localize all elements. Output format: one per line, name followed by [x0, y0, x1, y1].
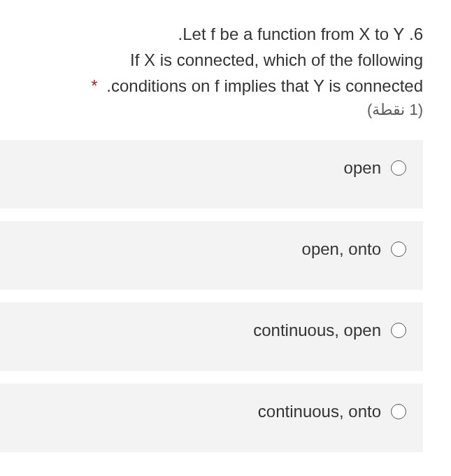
option-item[interactable]: open	[0, 140, 423, 209]
question-text: 6. Let f be a function from X to Y. If X…	[0, 21, 423, 99]
option-item[interactable]: open, onto	[0, 221, 423, 290]
question-line1: 6. Let f be a function from X to Y.	[178, 24, 423, 43]
question-line3: conditions on f implies that Y is connec…	[106, 76, 423, 95]
radio-icon[interactable]	[391, 160, 406, 176]
question-block: 6. Let f be a function from X to Y. If X…	[0, 21, 423, 119]
required-indicator: *	[91, 76, 97, 95]
option-label: continuous, open	[253, 321, 381, 340]
radio-icon[interactable]	[391, 241, 406, 257]
option-label: open, onto	[302, 239, 381, 259]
option-label: continuous, onto	[258, 402, 381, 421]
radio-icon[interactable]	[391, 323, 406, 338]
radio-icon[interactable]	[391, 404, 406, 419]
option-item[interactable]: continuous, onto	[0, 384, 423, 452]
options-list: open open, onto continuous, open continu…	[0, 140, 423, 452]
option-item[interactable]: continuous, open	[0, 302, 423, 371]
question-line2: If X is connected, which of the followin…	[130, 50, 423, 69]
option-label: open	[344, 158, 381, 178]
points-label: (1 نقطة)	[0, 101, 423, 119]
